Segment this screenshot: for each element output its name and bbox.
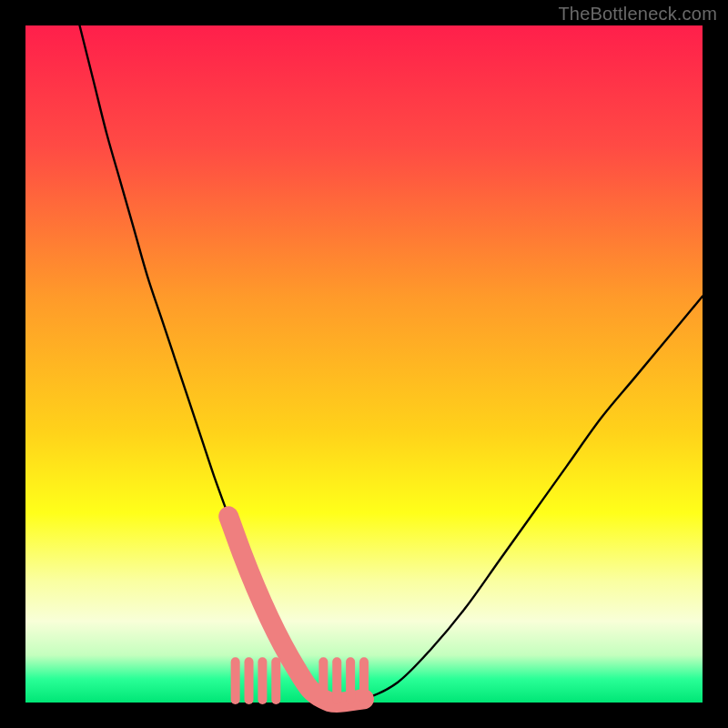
plot-background [25, 25, 703, 703]
chart-frame: TheBottleneck.com [0, 0, 728, 728]
watermark-label: TheBottleneck.com [558, 4, 717, 25]
chart-svg [0, 0, 728, 728]
